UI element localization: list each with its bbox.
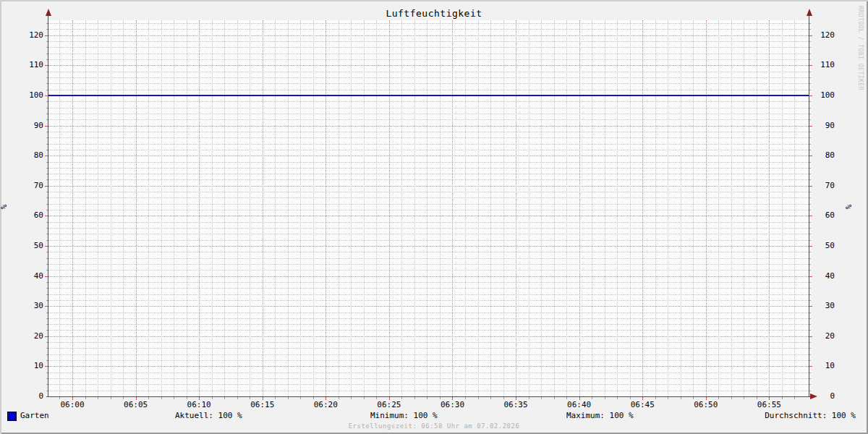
grid-line-minor-v [617,20,618,396]
x-axis-minor-tick [503,397,504,399]
grid-line-minor-h [48,354,809,355]
grid-line-minor-v [288,20,289,396]
x-axis-tick-label: 06:05 [120,401,152,409]
x-axis-minor-tick [757,397,757,399]
y-axis-tick-label-right: 90 [806,122,835,130]
grid-line-minor-h [48,258,809,259]
x-axis-minor-tick [123,397,124,399]
grid-line-minor-h [48,101,809,102]
grid-line-minor-h [48,282,809,283]
grid-line-major-h [48,366,809,367]
x-axis-minor-tick [554,397,555,399]
grid-line-minor-v [376,20,377,396]
y-axis-tick-label-right: 40 [806,272,835,281]
grid-line-minor-v [414,20,415,396]
stat-minimum: Minimum: 100 % [370,411,438,420]
grid-line-minor-v [148,20,149,396]
grid-line-minor-h [48,114,809,114]
grid-line-minor-h [48,47,809,48]
y-axis-tick-label-right: 60 [806,211,835,220]
grid-line-minor-h [48,252,809,252]
x-axis-minor-tick [161,397,162,399]
x-axis-tick-label: 06:15 [247,401,278,409]
grid-line-minor-v [174,20,174,396]
grid-line-minor-h [48,23,809,24]
x-axis-arrow-icon [810,393,817,399]
grid-line-minor-h [48,384,809,385]
grid-line-minor-h [48,41,809,42]
y-axis-tick-label-right: 30 [806,302,835,310]
grid-line-minor-h [48,29,809,30]
x-axis-minor-tick [668,397,668,399]
series-line-garten [48,95,809,96]
grid-line-major-h [48,156,809,156]
x-axis-minor-tick [794,397,795,399]
x-axis-minor-tick [98,397,98,399]
grid-line-minor-v [224,20,225,396]
grid-line-minor-v [630,20,631,396]
grid-line-minor-h [48,240,809,241]
grid-line-minor-h [48,197,809,198]
x-axis-minor-tick [427,397,427,399]
grid-line-major-v [579,20,580,396]
grid-line-major-h [48,336,809,337]
x-axis-minor-tick [376,397,377,399]
y-axis-tick-label-right: 110 [806,61,835,69]
x-axis-tick-label: 06:35 [500,401,532,409]
y-axis-tick-label-left: 10 [14,362,43,370]
grid-line-major-v [263,20,263,396]
grid-line-minor-h [48,192,809,192]
x-axis-minor-tick [718,397,719,399]
x-axis-minor-tick [529,397,529,399]
grid-line-minor-v [490,20,491,396]
x-axis-tick-label: 06:00 [56,401,88,409]
grid-line-minor-v [566,20,567,396]
series-name-label: Garten [20,411,49,420]
y-axis-right-arrow-icon [807,9,812,16]
grid-line-minor-h [48,168,809,169]
grid-line-minor-v [339,20,339,396]
y-axis-tick-label-left: 80 [14,151,43,160]
y-axis-tick-label-right: 10 [806,362,835,370]
grid-line-major-h [48,35,809,36]
grid-line-minor-v [111,20,111,396]
grid-line-minor-h [48,391,809,391]
grid-line-minor-v [681,20,681,396]
grid-line-minor-v [478,20,479,396]
grid-line-major-v [516,20,516,396]
grid-line-minor-h [48,294,809,295]
grid-line-minor-h [48,77,809,78]
y-axis-unit-label-right: % [845,205,854,210]
legend-row: Garten Aktuell: 100 % Minimum: 100 % Max… [0,411,868,421]
grid-line-minor-v [744,20,744,396]
grid-line-minor-h [48,108,809,109]
grid-line-minor-v [187,20,187,396]
grid-line-major-h [48,186,809,187]
x-axis-minor-tick [731,397,732,399]
series-color-swatch [7,412,17,421]
grid-line-minor-v [541,20,542,396]
stat-durchschnitt: Durchschnitt: 100 % [765,411,856,420]
grid-line-minor-v [794,20,795,396]
grid-line-minor-v [605,20,605,396]
grid-line-major-h [48,246,809,247]
grid-line-major-h [48,216,809,216]
grid-line-minor-v [693,20,694,396]
grid-line-minor-h [48,210,809,210]
grid-line-minor-v [212,20,213,396]
grid-line-minor-h [48,288,809,289]
grid-line-minor-v [731,20,732,396]
grid-line-minor-h [48,83,809,84]
grid-line-minor-v [237,20,238,396]
rrdtool-humidity-graph: Luftfeuchtigkeit 00101020203030404050506… [0,0,868,434]
y-axis-tick-label-left: 0 [14,392,43,401]
x-axis-minor-tick [681,397,681,399]
x-axis-minor-tick [288,397,289,399]
y-axis-unit-label-left: % [0,205,9,210]
grid-line-minor-h [48,132,809,132]
grid-line-minor-h [48,59,809,60]
grid-line-minor-v [757,20,757,396]
grid-line-minor-h [48,204,809,205]
grid-line-minor-h [48,144,809,145]
stat-maximum: Maximum: 100 % [566,411,634,420]
